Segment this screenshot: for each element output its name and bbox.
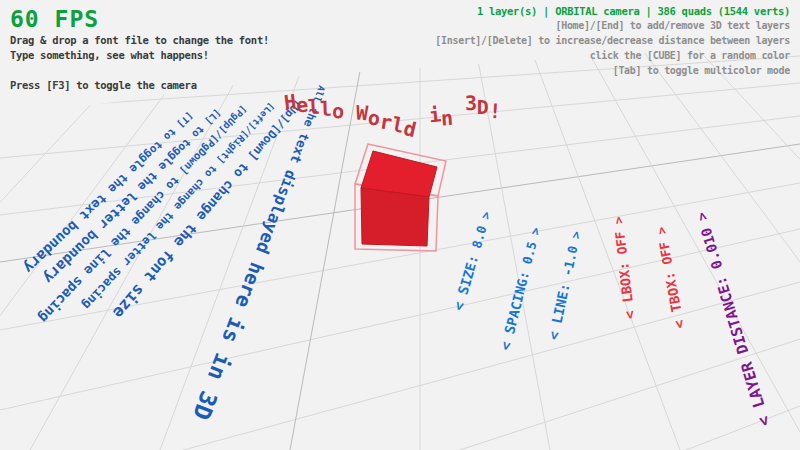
help-layers: [Home]/[End] to add/remove 3D text layer…	[435, 20, 790, 35]
help-camera: Press [F3] to toggle the camera	[10, 79, 269, 94]
fps-counter: 60 FPS	[10, 6, 99, 32]
help-distance: [Insert]/[Delete] to increase/decrease d…	[435, 35, 790, 50]
stats-line: 1 layer(s) | ORBITAL camera | 386 quads …	[435, 5, 790, 20]
viewport[interactable]: [T] to toggle the text boundary[L] to to…	[0, 0, 800, 450]
cube[interactable]	[361, 151, 437, 246]
help-type: Type something, see what happens!	[10, 49, 269, 64]
help-drag-drop: Drag & drop a font file to change the fo…	[10, 34, 269, 49]
help-spacer	[10, 64, 269, 79]
left-help-text: Drag & drop a font file to change the fo…	[10, 34, 269, 94]
help-cube-click: click the [CUBE] for a random color	[435, 50, 790, 65]
help-multicolor: [Tab] to toggle multicolor mode	[435, 65, 790, 80]
right-help-text: 1 layer(s) | ORBITAL camera | 386 quads …	[435, 5, 790, 80]
hello-world-3d-text: Hello World in 3D!	[284, 92, 501, 112]
